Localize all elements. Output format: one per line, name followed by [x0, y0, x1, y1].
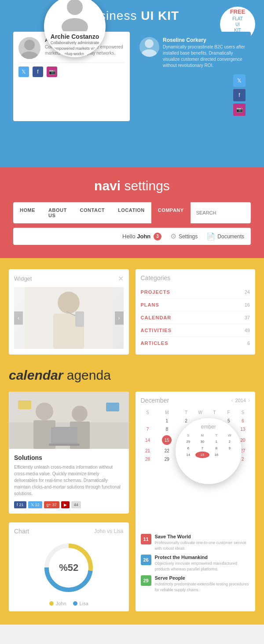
solutions-image: [9, 392, 129, 449]
widget-card: Widget ✕ ‹ ›: [9, 269, 129, 355]
calendar-header: December ‹ 2014 ›: [141, 397, 250, 404]
widget-person-image: [25, 287, 113, 349]
categories-card: Categories PROJECTS 24 PLANS 16 CALENDAR…: [136, 269, 256, 355]
category-articles[interactable]: ARTICLES 6: [141, 337, 250, 349]
cal-day[interactable]: 8: [155, 425, 179, 433]
right-column: December ‹ 2014 › S M T W T: [136, 392, 256, 611]
cat-name-projects: PROJECTS: [141, 289, 170, 295]
cal-day[interactable]: 1: [155, 417, 179, 425]
facebook-icon-2[interactable]: f: [233, 89, 246, 101]
twitter-icon-1[interactable]: 𝕏: [18, 67, 29, 77]
category-projects[interactable]: PROJECTS 24: [141, 286, 250, 299]
cat-count-articles: 6: [247, 341, 250, 346]
category-calendar[interactable]: CALENDAR 37: [141, 311, 250, 324]
calendar-magnifier: ember S M T W: [176, 418, 242, 484]
settings-button[interactable]: ⚙ Settings: [170, 232, 198, 241]
navi-section-title: navi settings: [13, 178, 251, 193]
legend-dot-lisa: [73, 601, 77, 606]
nav-search-area[interactable]: 🔍: [191, 206, 251, 219]
agenda-title-3: Serve People: [155, 575, 250, 581]
instagram-icon-1[interactable]: 📷: [47, 67, 57, 77]
agenda-title-2: Protect the Humankind: [155, 555, 250, 560]
agenda-desc-2: Objectively innovate empowered manufactu…: [155, 561, 250, 572]
nav-company[interactable]: COMPANY: [151, 202, 191, 223]
agenda-content-2: Protect the Humankind Objectively innova…: [155, 555, 250, 572]
agenda-desc-1: Professionally cultivate one-to-one cust…: [155, 540, 250, 551]
nav-home[interactable]: HOME: [13, 202, 42, 223]
avatar-icon-2: [139, 37, 159, 57]
widget-title: Widget: [14, 275, 32, 282]
nav-contact[interactable]: CONTACT: [73, 202, 111, 223]
widget-close-button[interactable]: ✕: [118, 274, 124, 283]
cal-day[interactable]: 7: [141, 425, 155, 433]
cal-header-w: W: [193, 408, 207, 417]
solutions-title: Solutions: [14, 454, 124, 461]
yt-icon: ▶: [64, 503, 67, 507]
chart-card: Chart John vs Lisa %52: [9, 522, 129, 611]
profile-desc-2: Dynamically procrastinate B2C users afte…: [163, 44, 246, 69]
cal-mag-month: ember: [181, 424, 236, 430]
cal-header-t2: T: [207, 408, 221, 417]
documents-label: Documents: [217, 233, 244, 240]
calendar-year-nav: ‹ 2014 ›: [231, 397, 250, 403]
svg-point-7: [58, 292, 80, 314]
cal-day[interactable]: [141, 417, 155, 425]
calendar-title-light: agenda: [63, 368, 110, 382]
widget-prev-button[interactable]: ‹: [14, 311, 23, 325]
svg-point-15: [72, 406, 88, 422]
agenda-date-1: 11: [141, 534, 151, 544]
documents-button[interactable]: 📄 Documents: [206, 232, 244, 241]
calendar-section-title: calendar agenda: [9, 368, 255, 383]
badge-flat: FLAT: [232, 16, 243, 22]
cat-name-articles: ARTICLES: [141, 341, 169, 346]
twitter-icon-2[interactable]: 𝕏: [233, 74, 246, 87]
share-youtube[interactable]: ▶: [61, 501, 70, 508]
chart-circle: %52: [42, 541, 95, 594]
svg-rect-18: [49, 444, 80, 446]
category-activities[interactable]: ACTIVITIES 49: [141, 324, 250, 337]
cal-next-year[interactable]: ›: [248, 397, 250, 403]
hello-name: John: [137, 233, 150, 239]
user-bar: Hello John 3 ⚙ Settings 📄 Documents: [13, 228, 251, 245]
share-twitter[interactable]: 𝕏 12: [28, 501, 42, 508]
profile-cards: Archie Costanzo Collaboratively administ…: [13, 32, 251, 121]
cal-day[interactable]: 6: [236, 417, 250, 425]
svg-rect-9: [75, 311, 84, 327]
widget-section: Widget ✕ ‹ › Categories: [0, 258, 264, 366]
category-plans[interactable]: PLANS 16: [141, 299, 250, 311]
svg-point-2: [24, 40, 35, 50]
cat-name-activities: ACTIVITIES: [141, 328, 172, 333]
agenda-date-3: 29: [141, 575, 151, 586]
nav-location[interactable]: LOCATION: [111, 202, 151, 223]
facebook-icon-1[interactable]: f: [33, 67, 43, 77]
svg-point-4: [145, 39, 154, 48]
share-gplus[interactable]: g+ 37: [44, 501, 59, 508]
calendar-widget: December ‹ 2014 › S M T W T: [136, 392, 256, 611]
cal-day[interactable]: 28: [141, 455, 155, 463]
solutions-img-content: [9, 392, 128, 449]
svg-rect-20: [106, 403, 119, 411]
search-input[interactable]: [196, 210, 251, 215]
notification-badge[interactable]: 3: [154, 233, 161, 241]
tw-icon: 𝕏: [31, 503, 34, 507]
badge-ui: UI: [235, 22, 240, 27]
share-facebook[interactable]: f 21: [14, 501, 26, 508]
cat-count-activities: 49: [245, 328, 250, 333]
instagram-icon-2[interactable]: 📷: [233, 104, 246, 116]
cal-day[interactable]: 14: [141, 433, 155, 447]
legend-lisa: Lisa: [73, 601, 88, 606]
chart-legend: John Lisa: [14, 601, 124, 606]
legend-john: John: [49, 601, 66, 606]
agenda-item-1: 11 Save The World Professionally cultiva…: [141, 534, 250, 551]
nav-about[interactable]: ABOUT US: [42, 202, 73, 223]
navi-title-light: settings: [121, 178, 170, 193]
agenda-content-1: Save The World Professionally cultivate …: [155, 534, 250, 551]
profile-name-2: Roseline Corkery: [163, 37, 246, 43]
cal-day[interactable]: 15: [155, 433, 179, 447]
cal-day[interactable]: 13: [236, 425, 250, 433]
settings-label: Settings: [179, 233, 198, 240]
gp-icon: g+: [47, 503, 51, 507]
widget-next-button[interactable]: ›: [115, 311, 124, 325]
cal-day[interactable]: 21: [141, 447, 155, 455]
cal-prev-year[interactable]: ‹: [231, 397, 233, 403]
